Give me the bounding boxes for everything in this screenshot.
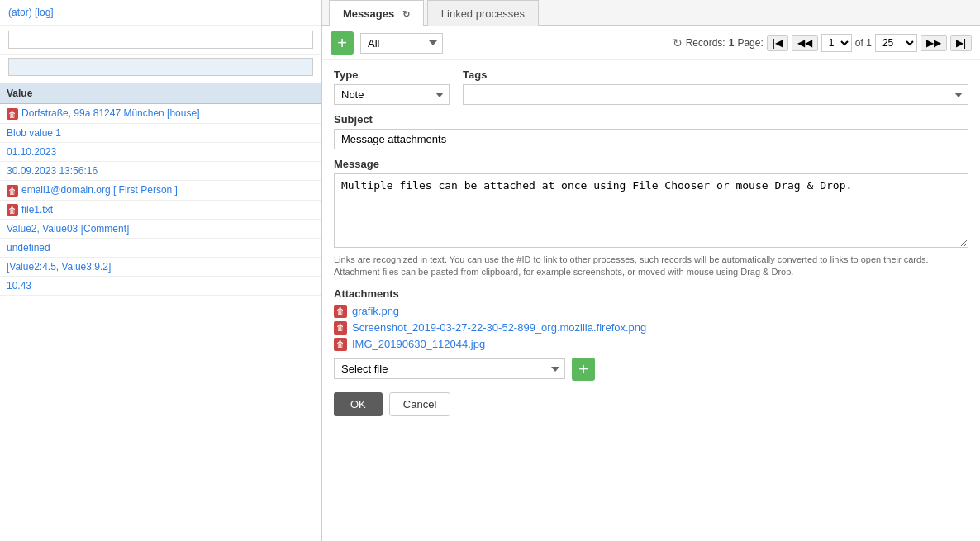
left-search-input-1[interactable] (8, 31, 313, 49)
left-panel: (ator) [log] Value Dorfstraße, 99a 81247… (0, 0, 322, 541)
tags-label: Tags (463, 69, 968, 81)
table-row: email1@domain.org [ First Person ] (0, 180, 321, 200)
left-top-link: (ator) [log] (0, 0, 321, 26)
page-of: of 1 (855, 37, 872, 49)
table-row: file1.txt (0, 200, 321, 220)
table-row: Value2, Value03 [Comment] (0, 220, 321, 239)
row-link[interactable]: 01.10.2023 (7, 146, 56, 158)
records-count: 1 (729, 37, 735, 49)
attachments-label: Attachments (334, 287, 968, 300)
attachments-list: 🗑 grafik.png 🗑 Screenshot_2019-03-27-22-… (334, 305, 968, 351)
left-search2-area (0, 55, 321, 83)
per-page-select[interactable]: 2550100 (875, 34, 917, 52)
subject-input[interactable] (334, 129, 968, 149)
tab-messages[interactable]: Messages ↻ (329, 0, 424, 26)
table-row: 01.10.2023 (0, 142, 321, 161)
action-buttons: OK Cancel (334, 392, 968, 425)
attachment-link[interactable]: Screenshot_2019-03-27-22-30-52-899_org.m… (352, 321, 646, 334)
prev-page-button[interactable]: ◀◀ (792, 35, 818, 51)
message-label: Message (334, 158, 968, 170)
records-label: Records: (686, 37, 725, 49)
table-row: [Value2:4.5, Value3:9.2] (0, 258, 321, 277)
trash-icon[interactable] (7, 185, 18, 197)
row-link[interactable]: undefined (7, 242, 50, 254)
table-row: Blob value 1 (0, 123, 321, 142)
ok-button[interactable]: OK (334, 392, 383, 416)
attachment-item: 🗑 IMG_20190630_112044.jpg (334, 338, 968, 351)
tabs-bar: Messages ↻ Linked processes (322, 0, 980, 26)
attachment-trash-icon[interactable]: 🗑 (334, 338, 347, 351)
pagination: ↻ Records: 1 Page: |◀ ◀◀ 1 of 1 2550100 … (673, 34, 972, 52)
table-row: undefined (0, 239, 321, 258)
table-row: 30.09.2023 13:56:16 (0, 161, 321, 180)
left-search-area (0, 26, 321, 55)
row-link[interactable]: Dorfstraße, 99a 81247 München [house] (21, 107, 199, 119)
toolbar: + AllNotesEmailsFiles ↻ Records: 1 Page:… (322, 26, 980, 60)
attachment-item: 🗑 Screenshot_2019-03-27-22-30-52-899_org… (334, 321, 968, 335)
cancel-button[interactable]: Cancel (389, 392, 450, 416)
next-page-button[interactable]: ▶▶ (921, 35, 947, 51)
row-link[interactable]: file1.txt (21, 204, 53, 216)
left-search-input-2[interactable] (8, 58, 313, 76)
tags-group: Tags (463, 69, 968, 105)
row-link[interactable]: Value2, Value03 [Comment] (7, 223, 129, 235)
filter-dropdown[interactable]: AllNotesEmailsFiles (360, 33, 443, 54)
row-link[interactable]: email1@domain.org [ First Person ] (21, 184, 178, 196)
add-button[interactable]: + (331, 31, 354, 55)
attachment-link[interactable]: IMG_20190630_112044.jpg (352, 338, 485, 350)
trash-icon[interactable] (7, 108, 18, 120)
tags-select[interactable] (463, 84, 968, 105)
file-select-dropdown[interactable]: Select file (334, 358, 565, 379)
message-textarea[interactable] (334, 173, 968, 248)
row-link[interactable]: [Value2:4.5, Value3:9.2] (7, 261, 111, 273)
right-panel: Messages ↻ Linked processes + AllNotesEm… (322, 0, 980, 541)
add-file-button[interactable]: + (572, 358, 595, 381)
attachment-item: 🗑 grafik.png (334, 305, 968, 318)
type-group: Type NoteEmailFile (334, 69, 450, 105)
refresh-icon[interactable]: ↻ (402, 9, 410, 20)
type-label: Type (334, 69, 450, 81)
top-link[interactable]: (ator) [log] (8, 7, 54, 18)
trash-icon[interactable] (7, 204, 18, 216)
pagination-refresh-icon[interactable]: ↻ (673, 36, 683, 50)
message-group: Message Links are recognized in text. Yo… (334, 158, 968, 279)
attachments-section: Attachments 🗑 grafik.png 🗑 Screenshot_20… (334, 287, 968, 381)
table-row: Dorfstraße, 99a 81247 München [house] (0, 104, 321, 124)
table-row: 10.43 (0, 277, 321, 296)
page-label: Page: (737, 37, 763, 49)
row-link[interactable]: 10.43 (7, 280, 31, 292)
type-select[interactable]: NoteEmailFile (334, 84, 450, 105)
hint-text: Links are recognized in text. You can us… (334, 254, 968, 279)
value-column-header: Value (0, 83, 321, 104)
attachment-trash-icon[interactable]: 🗑 (334, 305, 347, 318)
file-select-row: Select file + (334, 358, 968, 381)
tab-linked-processes[interactable]: Linked processes (427, 0, 539, 26)
last-page-button[interactable]: ▶| (950, 35, 972, 51)
first-page-button[interactable]: |◀ (767, 35, 788, 51)
subject-label: Subject (334, 113, 968, 126)
form-section: Type NoteEmailFile Tags Subject Message … (322, 60, 980, 433)
attachment-trash-icon[interactable]: 🗑 (334, 321, 347, 335)
row-link[interactable]: 30.09.2023 13:56:16 (7, 165, 98, 177)
attachment-link[interactable]: grafik.png (352, 305, 399, 317)
left-table-container: Value Dorfstraße, 99a 81247 München [hou… (0, 83, 321, 541)
row-link[interactable]: Blob value 1 (7, 127, 61, 139)
page-select[interactable]: 1 (821, 34, 852, 52)
subject-group: Subject (334, 113, 968, 149)
